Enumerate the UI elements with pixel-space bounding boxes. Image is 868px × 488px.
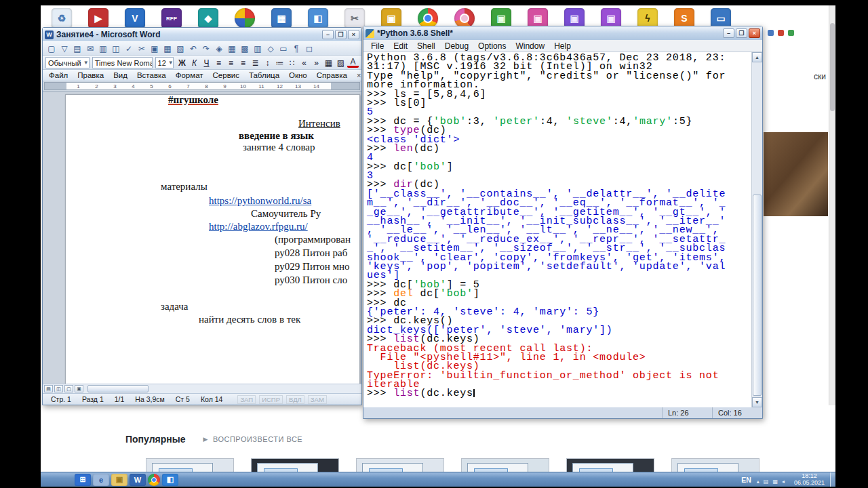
word-menu-item-0[interactable]: Файл: [44, 70, 73, 80]
drawing-icon[interactable]: ◇: [264, 43, 277, 54]
word-horizontal-scrollbar[interactable]: ▤ ◫ ▢ ▣: [43, 384, 361, 393]
taskbar-internet-explorer[interactable]: e: [93, 474, 109, 486]
undo-icon[interactable]: ↶: [187, 43, 199, 54]
clock[interactable]: 18:12 06.05.2021: [794, 473, 825, 486]
page-scrollbar-thumb[interactable]: [830, 23, 835, 111]
bookmark-icon[interactable]: [788, 30, 794, 36]
python-menu-item-2[interactable]: Shell: [412, 41, 440, 52]
doc-link-pythonworld[interactable]: https://pythonworld.ru/sa: [209, 195, 311, 207]
font-color-button[interactable]: А: [347, 58, 359, 68]
show-desktop-button[interactable]: [830, 472, 835, 487]
play-all-button[interactable]: ▶ ВОСПРОИЗВЕСТИ ВСЕ: [203, 435, 302, 443]
font-dropdown[interactable]: Times New Roman▼: [92, 57, 153, 68]
email-icon[interactable]: ✉: [84, 43, 96, 54]
format-painter-icon[interactable]: ▧: [174, 43, 186, 54]
show-paragraph-icon[interactable]: ¶: [290, 43, 302, 54]
taskbar-word[interactable]: W: [130, 474, 146, 486]
paste-icon[interactable]: ▦: [161, 43, 174, 54]
doc-link-abglazov[interactable]: http://abglazov.rfpgu.ru/: [209, 221, 308, 232]
bookmark-icon[interactable]: [768, 30, 774, 36]
word-maximize-button[interactable]: ❐: [335, 30, 347, 39]
word-menu-item-8[interactable]: Справка: [312, 70, 352, 80]
new-document-icon[interactable]: ▢: [45, 43, 58, 54]
web-view-button[interactable]: ◫: [54, 385, 63, 392]
columns-icon[interactable]: ▥: [252, 43, 264, 54]
word-menu-item-3[interactable]: Вставка: [132, 70, 171, 80]
zoom-icon[interactable]: ◻: [303, 43, 315, 54]
python-menu-item-1[interactable]: Edit: [389, 41, 412, 52]
word-titlebar[interactable]: W Занятие4 - Microsoft Word – ❐ ×: [43, 28, 361, 41]
scroll-down-arrow-icon[interactable]: ▼: [752, 397, 762, 407]
decrease-indent-button[interactable]: «: [298, 57, 310, 68]
bookmark-icon[interactable]: [778, 30, 784, 36]
python-menu-item-0[interactable]: File: [366, 41, 389, 52]
numbered-list-button[interactable]: ≔: [274, 57, 285, 68]
word-menu-item-6[interactable]: Таблица: [244, 70, 284, 80]
outline-view-button[interactable]: ▣: [75, 385, 83, 392]
borders-button[interactable]: ▦: [323, 57, 334, 68]
copy-icon[interactable]: ▣: [149, 43, 161, 54]
word-menu-item-7[interactable]: Окно: [284, 70, 312, 80]
hidden-icons-chevron-icon[interactable]: ▴: [757, 479, 760, 485]
insert-excel-icon[interactable]: ▩: [239, 43, 251, 54]
rfp-app-icon[interactable]: RFP: [161, 8, 182, 28]
align-right-button[interactable]: ≡: [237, 57, 249, 68]
word-close-button[interactable]: ×: [348, 30, 359, 39]
taskbar-editor[interactable]: ◧: [162, 474, 178, 486]
color-sphere-app-icon[interactable]: [235, 8, 255, 28]
underline-button[interactable]: Ч: [201, 57, 212, 68]
print-icon[interactable]: ▥: [97, 43, 109, 54]
scrollbar-thumb[interactable]: [753, 195, 762, 396]
highlight-button[interactable]: ▨: [335, 57, 347, 68]
document-area[interactable]: #пгушколе Интенсив введение в язык занят…: [43, 92, 361, 384]
page-scrollbar[interactable]: [829, 5, 835, 472]
recycle-bin-icon[interactable]: ♻: [52, 8, 72, 28]
line-spacing-button[interactable]: ↕: [262, 57, 273, 68]
scissors-tool-icon[interactable]: ✂: [344, 8, 365, 28]
shell-output[interactable]: Python 3.6.8 (tags/v3.6.8:3c6b436a57, De…: [363, 52, 751, 407]
python-titlebar[interactable]: *Python 3.6.8 Shell* – ❐ ×: [363, 26, 762, 40]
start-button[interactable]: ⊞: [75, 474, 91, 486]
align-left-button[interactable]: ≡: [213, 57, 224, 68]
python-maximize-button[interactable]: ❐: [736, 28, 747, 38]
taskbar-file-explorer[interactable]: ▣: [111, 474, 127, 486]
media-player-icon[interactable]: ▶: [88, 8, 108, 28]
redo-icon[interactable]: ↷: [200, 43, 212, 54]
increase-indent-button[interactable]: »: [311, 57, 322, 68]
word-menu-item-4[interactable]: Формат: [171, 70, 208, 80]
cut-icon[interactable]: ✂: [136, 43, 148, 54]
print-preview-icon[interactable]: ◫: [110, 43, 122, 54]
shell-scrollbar[interactable]: ▲ ▼: [751, 52, 762, 407]
word-menu-item-1[interactable]: Правка: [73, 70, 108, 80]
bold-button[interactable]: Ж: [176, 57, 188, 68]
bullet-list-button[interactable]: ∷: [286, 57, 298, 68]
justify-button[interactable]: ≣: [250, 57, 261, 68]
calculator-app-icon[interactable]: ▦: [271, 8, 292, 28]
word-menu-item-5[interactable]: Сервис: [208, 70, 244, 80]
blue-tool-app-icon[interactable]: ◧: [308, 8, 328, 28]
python-menu-item-4[interactable]: Options: [473, 41, 511, 52]
insert-hyperlink-icon[interactable]: ◈: [213, 43, 225, 54]
action-center-icon[interactable]: ▤: [764, 479, 769, 485]
font-size-dropdown[interactable]: 12▼: [155, 57, 174, 68]
volume-icon[interactable]: ◂: [782, 479, 785, 485]
print-view-button[interactable]: ▢: [64, 385, 73, 392]
save-icon[interactable]: ▤: [71, 43, 83, 54]
virtualbox-icon[interactable]: V: [125, 8, 145, 28]
document-map-icon[interactable]: ▭: [277, 43, 290, 54]
python-menu-item-6[interactable]: Help: [549, 41, 576, 52]
teal-app-icon[interactable]: ◆: [198, 8, 218, 28]
align-center-button[interactable]: ≡: [225, 57, 237, 68]
scroll-up-arrow-icon[interactable]: ▲: [752, 52, 762, 62]
style-dropdown[interactable]: Обычный▼: [45, 57, 90, 68]
python-minimize-button[interactable]: –: [723, 28, 734, 38]
open-icon[interactable]: ▽: [58, 43, 71, 54]
hscroll-thumb[interactable]: [87, 385, 149, 392]
normal-view-button[interactable]: ▤: [44, 385, 53, 392]
italic-button[interactable]: К: [189, 57, 200, 68]
python-menu-item-3[interactable]: Debug: [440, 41, 473, 52]
network-icon[interactable]: ▦: [772, 479, 778, 485]
word-minimize-button[interactable]: –: [322, 30, 334, 39]
taskbar-chrome[interactable]: [148, 474, 160, 486]
language-indicator[interactable]: EN: [741, 476, 751, 484]
